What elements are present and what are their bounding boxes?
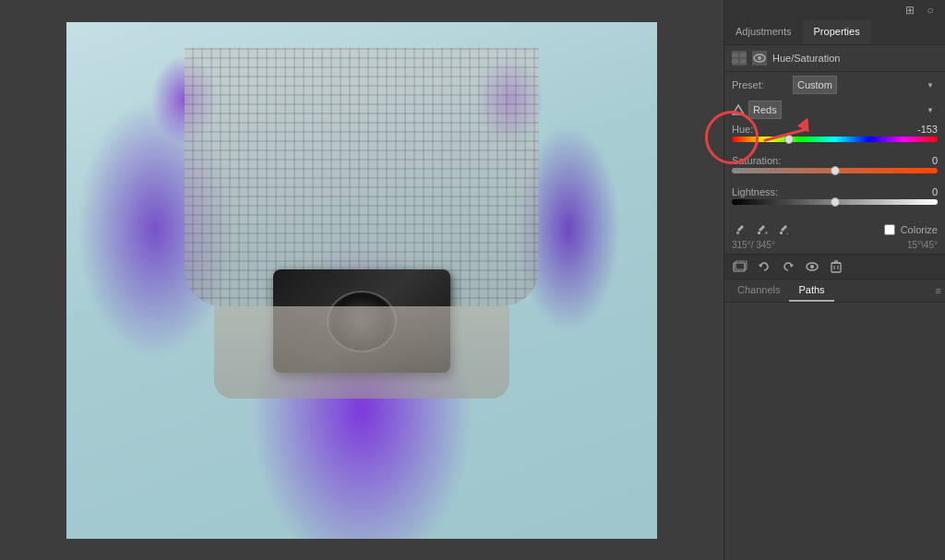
- svg-rect-0: [732, 53, 738, 57]
- hue-sat-icon: [732, 51, 747, 66]
- light-header: Lightness: 0: [732, 186, 938, 197]
- sat-header: Saturation: 0: [732, 155, 938, 166]
- preset-select-wrapper[interactable]: Custom: [793, 76, 938, 94]
- props-header: Hue/Saturation: [724, 45, 945, 72]
- tab-paths[interactable]: Paths: [789, 280, 833, 302]
- svg-rect-3: [740, 59, 747, 64]
- svg-rect-11: [780, 232, 783, 234]
- hue-range-container: [732, 137, 938, 149]
- sat-slider-row: Saturation: 0: [732, 155, 938, 181]
- right-panel: ⊞ ○ Adjustments Properties: [724, 0, 945, 560]
- svg-rect-1: [740, 53, 747, 57]
- range-text-row: 315°/ 345° 15°\45°: [724, 240, 945, 254]
- hue-header: Hue: -153: [732, 124, 938, 135]
- new-layer-icon[interactable]: [732, 258, 748, 275]
- tab-channels[interactable]: Channels: [728, 280, 789, 302]
- channel-row: Reds: [724, 98, 945, 122]
- props-title: Hue/Saturation: [772, 53, 840, 64]
- channel-select-wrapper[interactable]: Reds: [748, 101, 938, 119]
- svg-rect-19: [831, 263, 841, 272]
- svg-point-18: [810, 265, 814, 268]
- tab-properties[interactable]: Properties: [803, 20, 871, 44]
- hue-slider-row: Hue: -153: [732, 124, 938, 149]
- redo-icon[interactable]: [780, 258, 796, 275]
- svg-marker-15: [759, 264, 762, 268]
- channel-select[interactable]: Reds: [748, 101, 782, 119]
- svg-rect-9: [758, 232, 760, 234]
- preset-row: Preset: Custom: [724, 72, 945, 98]
- panel-icon-grid[interactable]: ⊞: [903, 3, 917, 18]
- preset-select[interactable]: Custom: [793, 76, 837, 94]
- svg-point-8: [737, 233, 739, 235]
- sat-label: Saturation:: [732, 155, 781, 166]
- colorize-checkbox[interactable]: [884, 224, 895, 235]
- tab-adjustments[interactable]: Adjustments: [724, 20, 803, 44]
- light-value: 0: [910, 186, 938, 197]
- channel-icon: [732, 103, 745, 116]
- eyedropper-sub-tool[interactable]: -: [776, 221, 793, 238]
- photo-background: [66, 22, 657, 539]
- light-label: Lightness:: [732, 186, 778, 197]
- undo-icon[interactable]: [756, 258, 772, 275]
- bottom-actions: [724, 254, 945, 280]
- range-low: 315°/ 345°: [732, 240, 775, 250]
- shirt-plaid-overlay: [185, 48, 539, 306]
- canvas-area: [0, 0, 724, 560]
- sat-value: 0: [910, 155, 938, 166]
- light-range-container: [732, 199, 938, 212]
- svg-rect-2: [732, 59, 738, 64]
- svg-text:+: +: [764, 229, 769, 236]
- preset-label: Preset:: [732, 79, 787, 90]
- eyedropper-tool[interactable]: [732, 221, 748, 238]
- panel-tabs: Adjustments Properties: [724, 20, 945, 45]
- delete-icon[interactable]: [828, 258, 844, 275]
- eye-icon[interactable]: [752, 51, 767, 66]
- hue-section: Hue: -153 Saturation: 0: [724, 122, 945, 220]
- panel-icon-circle[interactable]: ○: [923, 3, 938, 18]
- visibility-icon[interactable]: [804, 258, 820, 275]
- range-high: 15°\45°: [907, 240, 938, 250]
- bottom-tab-menu[interactable]: ≡: [936, 280, 941, 302]
- svg-text:-: -: [786, 229, 789, 236]
- sat-range-container: [732, 168, 938, 181]
- photo-canvas: [66, 22, 657, 539]
- tools-colorize-row: + - Colorize: [724, 220, 945, 240]
- hue-label: Hue:: [732, 124, 753, 135]
- svg-marker-6: [733, 105, 744, 114]
- eyedropper-add-tool[interactable]: +: [754, 221, 771, 238]
- light-slider-row: Lightness: 0: [732, 186, 938, 212]
- properties-panel: Hue/Saturation Preset: Custom Reds: [724, 45, 945, 560]
- bottom-tabs: Channels Paths ≡: [724, 280, 945, 303]
- colorize-label: Colorize: [901, 224, 938, 235]
- svg-point-5: [758, 56, 761, 60]
- shorts-overlay: [214, 306, 509, 399]
- panel-top-icons: ⊞ ○: [724, 0, 945, 20]
- svg-marker-16: [790, 264, 794, 268]
- hue-value: -153: [910, 124, 938, 135]
